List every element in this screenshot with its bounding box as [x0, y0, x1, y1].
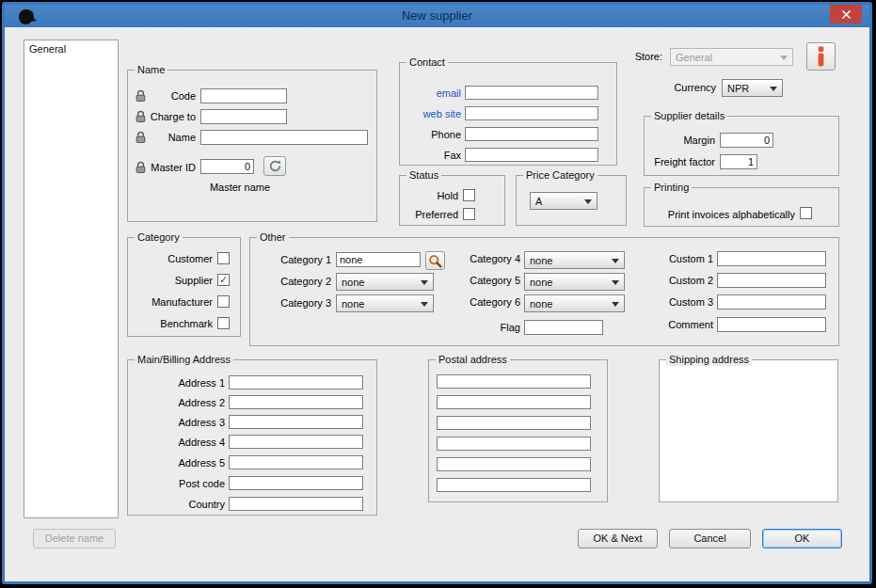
- name-group-title: Name: [135, 64, 167, 76]
- custom2-label: Custom 2: [647, 275, 713, 287]
- ok-button[interactable]: OK: [762, 529, 842, 548]
- category2-value: none: [342, 277, 364, 288]
- freight-factor-input[interactable]: [720, 154, 757, 169]
- address2-input[interactable]: [229, 395, 363, 409]
- hold-checkbox[interactable]: [463, 189, 475, 201]
- flag-label: Flag: [454, 322, 520, 334]
- benchmark-checkbox[interactable]: [217, 317, 230, 329]
- info-icon: [815, 46, 827, 67]
- close-button[interactable]: [830, 5, 862, 24]
- custom1-label: Custom 1: [647, 253, 713, 265]
- category1-input[interactable]: [336, 252, 421, 267]
- price-category-select[interactable]: A: [530, 192, 597, 210]
- cancel-button[interactable]: Cancel: [669, 529, 751, 548]
- fax-input[interactable]: [465, 148, 598, 162]
- freight-factor-label: Freight factor: [602, 156, 715, 168]
- name-input[interactable]: [200, 130, 368, 145]
- title-bar: New supplier: [5, 5, 869, 27]
- category1-search-button[interactable]: [425, 251, 445, 270]
- store-value: General: [676, 52, 712, 63]
- category5-value: none: [530, 277, 552, 288]
- address3-input[interactable]: [229, 415, 363, 429]
- manufacturer-checkbox[interactable]: [217, 295, 230, 308]
- name-label: Name: [139, 132, 196, 144]
- web-site-label[interactable]: web site: [371, 108, 461, 120]
- master-name-caption: Master name: [188, 182, 292, 194]
- address1-label: Address 1: [140, 377, 225, 389]
- custom3-label: Custom 3: [647, 296, 713, 309]
- ok-next-button[interactable]: OK & Next: [578, 529, 658, 548]
- category3-value: none: [342, 298, 364, 310]
- postal-line1-input[interactable]: [437, 374, 591, 389]
- phone-input[interactable]: [465, 127, 598, 141]
- category4-value: none: [530, 255, 552, 266]
- magnifier-icon: [428, 254, 442, 268]
- code-label: Code: [139, 90, 196, 103]
- web-site-input[interactable]: [465, 106, 598, 120]
- category2-select[interactable]: none: [336, 273, 434, 291]
- address3-label: Address 3: [140, 417, 225, 429]
- category4-label: Category 4: [454, 253, 520, 265]
- postal-line3-input[interactable]: [437, 416, 591, 430]
- print-invoices-alphabetically-label: Print invoices alphabetically: [654, 209, 795, 221]
- category-title: Category: [135, 231, 183, 244]
- preferred-checkbox[interactable]: [463, 208, 475, 220]
- status-title: Status: [406, 169, 441, 182]
- postal-line5-input[interactable]: [437, 457, 591, 471]
- currency-value: NPR: [727, 83, 749, 94]
- post-code-input[interactable]: [229, 476, 363, 490]
- category2-label: Category 2: [265, 276, 331, 288]
- shipping-address-title: Shipping address: [666, 354, 752, 366]
- custom2-input[interactable]: [717, 273, 826, 288]
- category4-select[interactable]: none: [524, 251, 625, 269]
- address2-label: Address 2: [140, 397, 225, 409]
- currency-select[interactable]: NPR: [722, 79, 783, 97]
- printing-title: Printing: [651, 182, 692, 194]
- address1-input[interactable]: [229, 375, 363, 389]
- customer-checkbox[interactable]: [217, 252, 230, 264]
- delete-name-button[interactable]: Delete name: [33, 529, 116, 548]
- custom3-input[interactable]: [717, 294, 826, 310]
- new-supplier-dialog: New supplier General Store: General Curr…: [2, 2, 872, 584]
- country-input[interactable]: [229, 497, 363, 511]
- print-invoices-alphabetically-checkbox[interactable]: [800, 207, 812, 219]
- post-code-label: Post code: [140, 478, 225, 490]
- supplier-checkbox[interactable]: [217, 274, 230, 286]
- category6-value: none: [530, 298, 552, 310]
- email-label[interactable]: email: [371, 87, 461, 100]
- custom1-input[interactable]: [717, 251, 826, 266]
- postal-line2-input[interactable]: [437, 395, 591, 409]
- address5-input[interactable]: [229, 455, 363, 469]
- screen: New supplier General Store: General Curr…: [0, 0, 876, 588]
- master-id-refresh-button[interactable]: [263, 156, 286, 176]
- benchmark-label: Benchmark: [133, 318, 213, 330]
- currency-label: Currency: [622, 82, 716, 94]
- category6-select[interactable]: none: [524, 294, 625, 312]
- phone-label: Phone: [371, 129, 461, 141]
- master-id-label: Master ID: [139, 162, 196, 174]
- category5-select[interactable]: none: [524, 273, 625, 291]
- postal-line6-input[interactable]: [437, 478, 591, 492]
- code-input[interactable]: [200, 88, 287, 103]
- supplier-label: Supplier: [133, 275, 213, 287]
- hold-label: Hold: [406, 190, 458, 202]
- email-input[interactable]: [465, 86, 598, 100]
- category5-label: Category 5: [454, 275, 520, 287]
- charge-to-input[interactable]: [200, 109, 287, 124]
- category1-label: Category 1: [265, 254, 331, 266]
- shipping-address-group: Shipping address: [659, 359, 838, 502]
- postal-line4-input[interactable]: [437, 437, 591, 451]
- info-button[interactable]: [806, 42, 836, 71]
- refresh-icon: [268, 159, 282, 173]
- contact-title: Contact: [406, 56, 448, 69]
- address4-input[interactable]: [229, 435, 363, 449]
- sidebar-item-general[interactable]: General: [24, 40, 118, 57]
- comment-input[interactable]: [717, 317, 826, 332]
- margin-input[interactable]: [720, 133, 773, 148]
- category3-label: Category 3: [265, 297, 331, 310]
- category3-select[interactable]: none: [336, 294, 434, 312]
- category6-label: Category 6: [454, 296, 520, 309]
- master-id-input[interactable]: [200, 159, 254, 174]
- flag-input[interactable]: [524, 320, 603, 335]
- country-label: Country: [140, 499, 225, 511]
